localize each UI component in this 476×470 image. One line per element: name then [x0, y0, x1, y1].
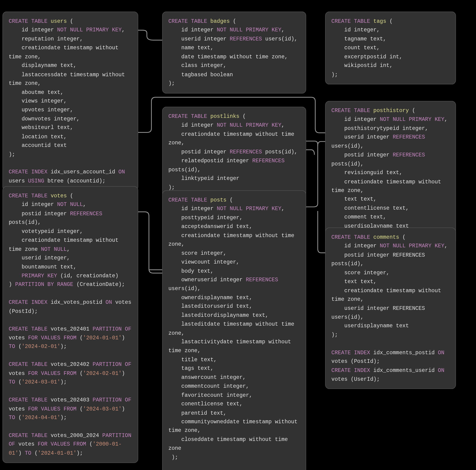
table-votes: CREATE TABLE votes ( id integer NOT NULL…	[2, 186, 138, 463]
table-tags: CREATE TABLE tags ( id integer, tagname …	[325, 12, 456, 84]
table-posts: CREATE TABLE posts ( id integer NOT NULL…	[162, 190, 306, 470]
table-posthistory: CREATE TABLE posthistory ( id integer NO…	[325, 101, 456, 245]
table-comments: CREATE TABLE comments ( id integer NOT N…	[325, 227, 456, 389]
table-postlinks: CREATE TABLE postlinks ( id integer NOT …	[162, 107, 306, 197]
table-badges: CREATE TABLE badges ( id integer NOT NUL…	[162, 12, 306, 93]
table-users: CREATE TABLE users ( id integer NOT NULL…	[2, 12, 138, 191]
